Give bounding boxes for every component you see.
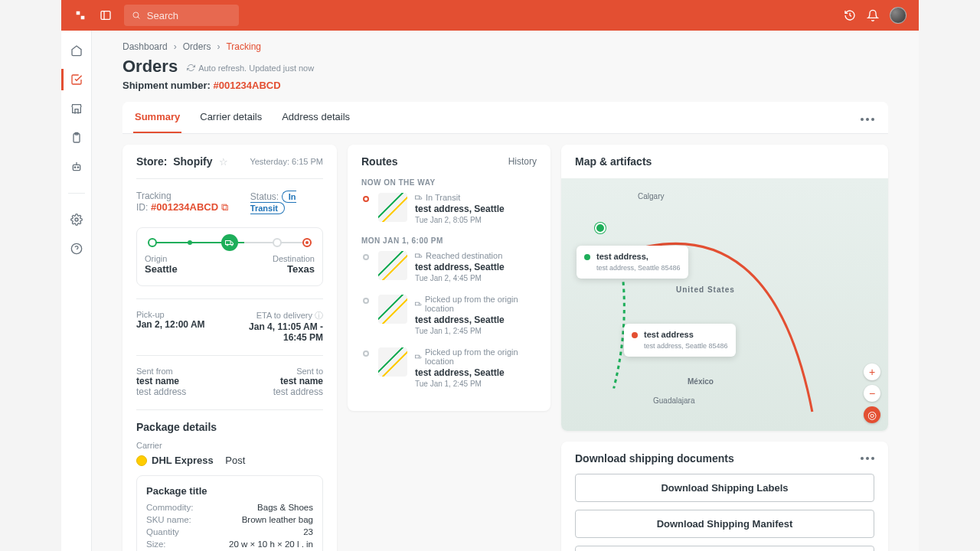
star-icon[interactable]: ☆ [219, 156, 228, 168]
eta-label: ETA to delivery ⓘ [234, 310, 323, 321]
map-popup-origin[interactable]: test address,test address, Seattle 85486 [577, 246, 688, 279]
package-title: Package title [146, 485, 313, 497]
svg-rect-0 [101, 11, 110, 20]
route-status: Reached destination [415, 251, 537, 260]
nav-store[interactable] [67, 99, 86, 118]
svg-line-3 [138, 17, 139, 18]
pickup-label: Pick-up [136, 310, 225, 319]
route-address: test address, Seattle [415, 367, 537, 378]
nav-help[interactable] [67, 240, 86, 258]
route-pin-icon [361, 347, 371, 388]
package-details-title: Package details [136, 421, 323, 433]
progress-destination-dot [302, 238, 312, 247]
sentfrom-name: test name [136, 376, 225, 386]
route-time: Tue Jan 1, 2:45 PM [415, 327, 537, 335]
map-zoom-in[interactable]: + [864, 364, 880, 380]
route-thumbnail [378, 347, 407, 377]
svg-rect-16 [415, 196, 419, 199]
nav-robot[interactable] [67, 158, 86, 176]
side-nav [61, 31, 92, 551]
sentfrom-addr: test address [136, 386, 225, 397]
map-locate[interactable]: ◎ [864, 406, 880, 423]
map-guadalajara-label: Guadalajara [653, 396, 694, 405]
app-logo [74, 8, 87, 22]
crumb-orders[interactable]: Orders [183, 41, 211, 52]
downloads-title: Download shipping documents [575, 452, 734, 465]
crumb-tracking: Tracking [226, 41, 261, 52]
route-item[interactable]: In Transit test address, Seattle Tue Jan… [361, 193, 537, 224]
route-item[interactable]: Picked up from the origin location test … [361, 295, 537, 335]
svg-rect-17 [415, 254, 419, 257]
map-title: Map & artifacts [575, 155, 874, 168]
route-item[interactable]: Picked up from the origin location test … [361, 347, 537, 388]
download-documents-button[interactable]: Download Shipping Documents [575, 546, 874, 551]
svg-rect-19 [415, 355, 419, 358]
svg-point-2 [133, 12, 139, 18]
route-section-label: MON JAN 1, 6:00 PM [361, 236, 537, 245]
nav-home[interactable] [67, 41, 86, 60]
route-pin-icon [361, 295, 371, 335]
truck-icon [221, 234, 238, 251]
route-status: Picked up from the origin location [415, 347, 537, 366]
nav-settings[interactable] [67, 210, 86, 229]
map-country-label: United States [676, 285, 735, 294]
bell-icon[interactable] [867, 9, 879, 21]
carrier-name: DHL Express [152, 455, 214, 466]
route-address: test address, Seattle [415, 315, 537, 325]
sentfrom-label: Sent from [136, 367, 225, 376]
nav-clipboard[interactable] [67, 129, 86, 147]
breadcrumb: Dashboard › Orders › Tracking [122, 41, 888, 52]
svg-rect-18 [415, 302, 419, 305]
routes-history-link[interactable]: History [508, 156, 537, 167]
sentto-label: Sent to [234, 367, 323, 376]
progress-step-dot [188, 240, 192, 245]
tab-summary[interactable]: Summary [133, 102, 181, 133]
map-city-label: Calgary [638, 192, 664, 201]
tracking-id[interactable]: #001234ABCD [151, 201, 218, 213]
search-input[interactable] [147, 10, 231, 21]
tabs-overflow[interactable] [861, 112, 877, 123]
route-status: In Transit [415, 193, 537, 202]
download-labels-button[interactable]: Download Shipping Labels [575, 474, 874, 502]
map-zoom-out[interactable]: − [864, 385, 880, 402]
user-avatar[interactable] [890, 7, 906, 24]
route-address: test address, Seattle [415, 204, 537, 214]
origin-label: Origin [145, 254, 178, 263]
downloads-overflow[interactable] [861, 457, 874, 460]
map-popup-destination[interactable]: test addresstest address, Seattle 85486 [624, 324, 736, 357]
route-address: test address, Seattle [415, 262, 537, 272]
copy-icon[interactable]: ⧉ [221, 201, 228, 213]
carrier-label: Carrier [136, 441, 323, 450]
tabs: Summary Carrier details Address details [122, 102, 888, 134]
origin-value: Seattle [145, 263, 178, 275]
shipment-progress: OriginSeattle DestinationTexas [136, 227, 323, 286]
store-timestamp: Yesterday: 6:15 PM [250, 157, 323, 166]
carrier-type: Post [225, 455, 245, 466]
tab-carrier-details[interactable]: Carrier details [198, 102, 263, 133]
panel-toggle-icon[interactable] [96, 6, 115, 24]
progress-origin-dot [148, 238, 157, 247]
route-thumbnail [378, 193, 407, 222]
store-label: Store: [136, 155, 167, 168]
crumb-dashboard[interactable]: Dashboard [122, 41, 168, 52]
tab-address-details[interactable]: Address details [280, 102, 351, 133]
map-view[interactable]: test address,test address, Seattle 85486… [561, 178, 888, 431]
shipment-number: Shipment number: #001234ABCD [122, 80, 888, 91]
history-icon[interactable] [844, 9, 856, 21]
progress-pending-dot [273, 238, 282, 247]
package-item: Package title Commodity:Bags & Shoes SKU… [136, 475, 323, 551]
route-pin-icon [361, 251, 371, 282]
route-section-label: NOW ON THE WAY [361, 178, 537, 187]
download-manifest-button[interactable]: Download Shipping Manifest [575, 510, 874, 538]
chevron-right-icon: › [217, 41, 220, 52]
store-name: Shopify [173, 155, 212, 168]
route-time: Tue Jan 2, 8:05 PM [415, 216, 537, 224]
nav-orders[interactable] [67, 70, 86, 89]
route-thumbnail [378, 251, 407, 280]
dest-label: Destination [273, 254, 315, 263]
sentto-name: test name [234, 376, 323, 386]
route-item[interactable]: Reached destination test address, Seattl… [361, 251, 537, 282]
map-origin-pin[interactable] [595, 223, 606, 233]
search-box[interactable] [124, 5, 239, 26]
info-icon[interactable]: ⓘ [315, 311, 323, 320]
